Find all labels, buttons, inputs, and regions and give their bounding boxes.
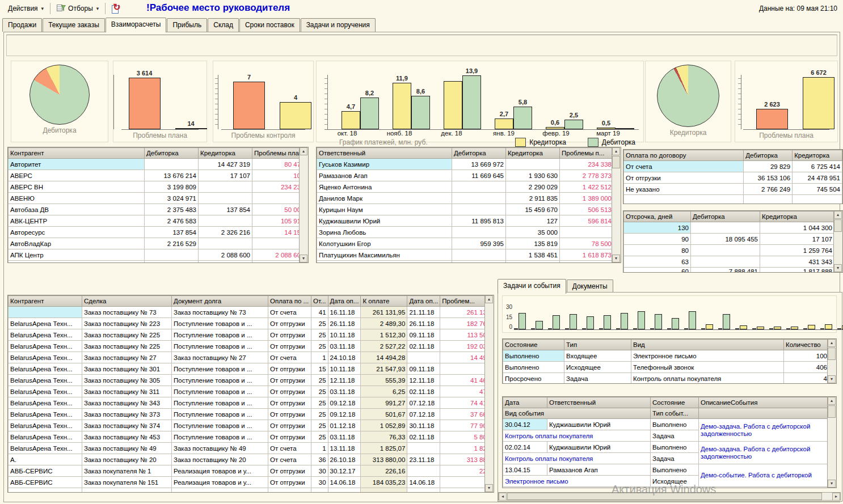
cell[interactable]: [145, 249, 199, 261]
cell[interactable]: 29 829: [744, 161, 793, 172]
cell[interactable]: [452, 193, 506, 204]
cell[interactable]: 24 478 951: [793, 172, 842, 184]
cell[interactable]: 2 088 600: [252, 249, 307, 261]
cell[interactable]: 01.12.18: [328, 420, 361, 431]
cell[interactable]: Контроль оплаты покупателя: [631, 373, 784, 384]
cell[interactable]: Зорина Любовь: [317, 227, 452, 238]
cell[interactable]: АВЕНЮ: [9, 193, 145, 204]
cell[interactable]: 1 825,07: [361, 443, 407, 454]
cell[interactable]: Данилов Марк: [317, 193, 452, 204]
cell[interactable]: Поступление товаров и ...: [172, 363, 268, 375]
cell[interactable]: 108: [252, 170, 307, 181]
scroll-down-button[interactable]: [834, 264, 842, 272]
column-subheader[interactable]: Тип событ...: [651, 408, 699, 419]
cell[interactable]: 135 819: [506, 238, 560, 249]
cell[interactable]: 03.11.18: [328, 386, 361, 397]
cell[interactable]: От счета: [268, 454, 311, 465]
cell[interactable]: 09.11.18: [407, 363, 440, 375]
cell[interactable]: Не указано: [624, 184, 744, 195]
cell[interactable]: 10.11.18: [328, 363, 361, 375]
cell[interactable]: От отгрузки: [268, 341, 311, 352]
cell[interactable]: 1 259 764: [760, 245, 834, 256]
cell[interactable]: Заказ поставщику № 453: [82, 431, 172, 443]
cell[interactable]: Выполнено: [503, 362, 564, 373]
cell[interactable]: 25: [311, 420, 328, 431]
cell[interactable]: 25: [311, 397, 328, 409]
cell[interactable]: 137 854: [145, 227, 199, 238]
cell[interactable]: 35 000: [506, 227, 560, 238]
filters-button[interactable]: Отборы: [53, 2, 102, 15]
cell[interactable]: 226,16: [361, 465, 407, 477]
cell[interactable]: BelarusАрена Техн...: [9, 443, 82, 454]
cell[interactable]: 36 153 106: [744, 172, 793, 184]
cell[interactable]: 2 088 600: [199, 249, 252, 261]
cell[interactable]: 555,39: [361, 375, 407, 386]
cell[interactable]: 7 888 481: [691, 268, 760, 273]
cell[interactable]: От отгрузки: [268, 420, 311, 431]
scroll-left-button[interactable]: [499, 493, 507, 501]
column-header[interactable]: Ответственный: [317, 148, 452, 159]
cell[interactable]: BelarusАрена Техн...: [9, 352, 82, 363]
refresh-icon[interactable]: ↻: [111, 3, 122, 14]
cell[interactable]: Задача: [651, 453, 699, 464]
cell[interactable]: 17 107: [199, 170, 252, 181]
cell[interactable]: От отгрузки: [624, 172, 744, 184]
scroll-up-button[interactable]: [834, 211, 842, 219]
cell[interactable]: От счета: [268, 307, 311, 318]
cell[interactable]: [560, 261, 614, 264]
cell[interactable]: 25: [311, 431, 328, 443]
scroll-right-button[interactable]: [832, 493, 840, 501]
cell[interactable]: 1 930 630: [506, 170, 560, 181]
cell[interactable]: 14 494,28: [361, 352, 407, 363]
cell[interactable]: 30.12.17: [328, 465, 361, 477]
cell[interactable]: Заказ поставщику № 73: [82, 307, 172, 318]
cell[interactable]: BelarusАрена Техн...: [9, 420, 82, 431]
cell[interactable]: 2 489,30: [361, 318, 407, 329]
cell[interactable]: [407, 465, 440, 477]
cell[interactable]: 16.11.18: [328, 307, 361, 318]
cell[interactable]: 30: [311, 465, 328, 477]
scroll-thumb[interactable]: [828, 405, 836, 418]
cell[interactable]: 12.11.18: [407, 375, 440, 386]
cell[interactable]: 1: [311, 352, 328, 363]
cell[interactable]: Заказ поставщику № 311: [82, 386, 172, 397]
cell[interactable]: Заказ поставщику № 225: [82, 329, 172, 341]
cell[interactable]: [452, 204, 506, 215]
cell[interactable]: 105 912: [252, 215, 307, 227]
column-header[interactable]: ОписаниеСобытия: [699, 397, 829, 408]
cell[interactable]: 2 778 373: [560, 170, 614, 181]
cell[interactable]: Заказ поставщику № 301: [82, 363, 172, 375]
cell[interactable]: 17 107: [760, 234, 834, 245]
cell[interactable]: Яценко Антонина: [317, 181, 452, 193]
cell[interactable]: Заказ поставщику № 373: [82, 409, 172, 420]
cell[interactable]: Авторесурс: [9, 227, 145, 238]
cell[interactable]: АВЕРС: [9, 170, 145, 181]
scroll-down-button[interactable]: [300, 255, 307, 262]
column-header[interactable]: Сделка: [82, 296, 172, 307]
cell[interactable]: 127: [506, 215, 560, 227]
cell[interactable]: Платущихин Максимильян: [317, 249, 452, 261]
cell[interactable]: От счета: [268, 443, 311, 454]
cell[interactable]: А.: [9, 454, 82, 465]
actions-button[interactable]: Действия: [5, 3, 47, 14]
cell[interactable]: Гуськов Казимир: [317, 159, 452, 170]
cell[interactable]: Заказ поставщику № 223: [82, 318, 172, 329]
cell[interactable]: 09.11.18: [407, 329, 440, 341]
column-header[interactable]: Контрагент: [9, 148, 145, 159]
cell[interactable]: 2 290 029: [506, 181, 560, 193]
tab-Задачи и события[interactable]: Задачи и события: [498, 279, 566, 294]
cell[interactable]: Поступление товаров и ...: [172, 420, 268, 431]
scroll-up-button[interactable]: [612, 147, 620, 155]
cell[interactable]: [691, 245, 760, 256]
cell[interactable]: 90: [624, 234, 691, 245]
cell[interactable]: АВБ-СЕРВИС: [9, 465, 82, 477]
cell[interactable]: 02.11.18: [407, 431, 440, 443]
cell[interactable]: Автобаза ДВ: [9, 204, 145, 215]
cell[interactable]: К... Р: [317, 261, 452, 264]
column-subheader[interactable]: [699, 408, 829, 419]
cell[interactable]: 184 035,23: [361, 477, 407, 488]
column-header[interactable]: Отсрочка, дней: [624, 211, 691, 222]
cell[interactable]: От отгрузки: [268, 318, 311, 329]
scroll-down-button[interactable]: [612, 255, 620, 262]
cell[interactable]: АвтоВладКар: [9, 238, 145, 249]
